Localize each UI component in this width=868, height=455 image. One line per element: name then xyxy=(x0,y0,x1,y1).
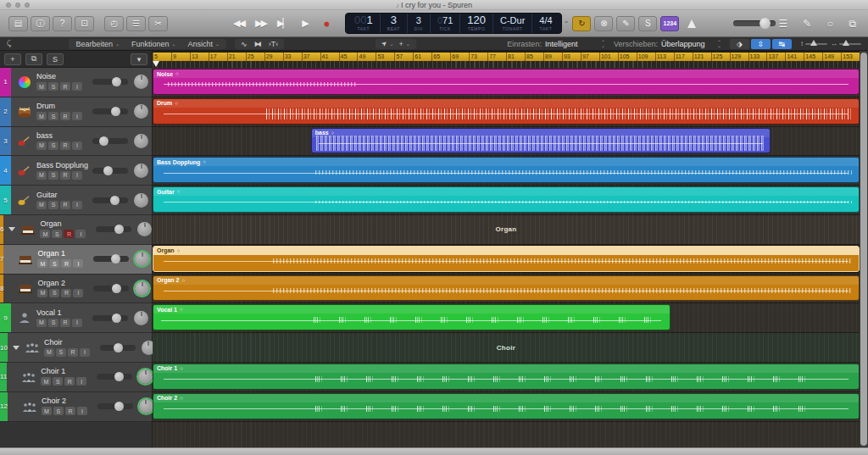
track-header-bass-dopplung[interactable]: 4Bass DopplungMSRI xyxy=(0,156,152,186)
rewind-button[interactable]: ◀◀ xyxy=(229,16,248,31)
track-volume-slider[interactable] xyxy=(92,79,128,85)
track-header-guitar[interactable]: 5GuitarMSRI xyxy=(0,186,152,215)
mute-button[interactable]: M xyxy=(37,289,47,297)
autopunch-button[interactable]: ⊗ xyxy=(594,16,613,31)
ruler-bar-13[interactable]: 13 xyxy=(190,53,209,61)
note-pads-icon[interactable]: ✎ xyxy=(799,16,815,31)
vertical-zoom-slider-thumb[interactable] xyxy=(810,40,817,46)
ruler-bar-133[interactable]: 133 xyxy=(748,53,767,61)
pan-knob[interactable] xyxy=(134,134,148,148)
track-volume-knob[interactable] xyxy=(112,77,121,86)
track-volume-knob[interactable] xyxy=(99,136,108,146)
region-bass[interactable]: bass○ xyxy=(311,128,771,154)
pan-knob[interactable] xyxy=(138,369,153,384)
pan-knob[interactable] xyxy=(135,281,149,296)
disclosure-triangle-icon[interactable] xyxy=(13,346,19,350)
track-volume-knob[interactable] xyxy=(114,225,124,234)
solo-button[interactable]: S xyxy=(48,201,58,209)
track-volume-knob[interactable] xyxy=(114,343,123,352)
ruler-bar-25[interactable]: 25 xyxy=(246,53,264,61)
track-header-vocal-1[interactable]: 9Vocal 1MSRI xyxy=(0,303,152,333)
ruler-bar-9[interactable]: 9 xyxy=(171,53,190,61)
record-enable-button[interactable]: R xyxy=(65,407,75,415)
record-enable-button[interactable]: R xyxy=(60,171,70,180)
ruler-bar-77[interactable]: 77 xyxy=(487,53,506,61)
input-monitor-button[interactable]: I xyxy=(75,230,86,238)
browsers-icon[interactable]: ⧉ xyxy=(845,16,860,31)
ruler-bar-41[interactable]: 41 xyxy=(320,53,339,61)
track-volume-slider[interactable] xyxy=(93,286,129,291)
quick-help-icon[interactable]: ? xyxy=(53,16,72,31)
ruler-bar-117[interactable]: 117 xyxy=(674,53,693,61)
solo-button[interactable]: S xyxy=(48,141,58,150)
horizontal-zoom-slider[interactable]: ↔ xyxy=(831,40,861,47)
ruler-bar-53[interactable]: 53 xyxy=(376,53,394,61)
track-header-bass[interactable]: 3bassMSRI xyxy=(0,127,152,157)
ruler-bar-73[interactable]: 73 xyxy=(469,53,487,61)
track-volume-knob[interactable] xyxy=(103,166,113,175)
vertical-scrollbar[interactable] xyxy=(860,51,868,447)
low-latency-button[interactable]: ✎ xyxy=(616,16,635,31)
input-monitor-button[interactable]: I xyxy=(72,82,82,91)
snap-menu[interactable]: Einrasten: Intelligent ⌃⌄ xyxy=(507,40,605,48)
global-solo-button[interactable]: S xyxy=(47,53,64,65)
solo-button[interactable]: S xyxy=(49,289,59,297)
track-header-choir-2[interactable]: 12Choir 2MSRI xyxy=(0,392,152,422)
mute-button[interactable]: M xyxy=(36,82,47,91)
track-header-organ-2[interactable]: 8Organ 2MSRI xyxy=(0,275,152,304)
play-button[interactable]: ▶ xyxy=(295,16,314,31)
lcd-signature[interactable]: 4/4TAKT xyxy=(532,14,559,33)
track-volume-slider[interactable] xyxy=(92,138,128,144)
pan-knob[interactable] xyxy=(134,164,148,178)
ruler-bar-105[interactable]: 105 xyxy=(618,53,637,61)
track-volume-slider[interactable] xyxy=(97,403,133,409)
track-volume-slider[interactable] xyxy=(92,108,128,114)
track-header-drum[interactable]: 2DrumMSRI xyxy=(0,97,152,127)
track-volume-knob[interactable] xyxy=(112,284,121,293)
ruler-bar-37[interactable]: 37 xyxy=(302,53,320,61)
record-button[interactable]: ● xyxy=(317,16,337,31)
ruler-bar-101[interactable]: 101 xyxy=(599,53,618,61)
menu-bearbeiten[interactable]: Bearbeiten⌄ xyxy=(75,40,120,48)
forward-button[interactable]: ▶▶ xyxy=(251,16,270,31)
input-monitor-button[interactable]: I xyxy=(73,259,83,268)
menu-ansicht[interactable]: Ansicht⌄ xyxy=(188,40,220,48)
track-volume-slider[interactable] xyxy=(97,374,132,380)
lcd-key[interactable]: C-DurTONART xyxy=(493,14,532,33)
library-icon[interactable]: ▤ xyxy=(8,16,28,31)
region-drum[interactable]: Drum○ xyxy=(153,98,860,125)
record-enable-button[interactable]: R xyxy=(68,348,78,357)
list-editors-icon[interactable]: ☰ xyxy=(776,16,792,31)
pan-knob[interactable] xyxy=(137,222,152,236)
ruler-bar-81[interactable]: 81 xyxy=(506,53,525,61)
track-volume-slider[interactable] xyxy=(92,197,128,203)
record-enable-button[interactable]: R xyxy=(61,289,71,297)
input-monitor-button[interactable]: I xyxy=(72,319,82,327)
stack-row-organ[interactable]: Organ xyxy=(153,215,860,245)
track-header-choir[interactable]: 10ChoirMSRI xyxy=(0,333,152,363)
solo-button[interactable]: S xyxy=(48,82,58,91)
horizontal-auto-zoom-button[interactable]: ↹ xyxy=(772,39,792,49)
track-header-organ[interactable]: 6OrganMSRI xyxy=(0,215,152,245)
input-monitor-button[interactable]: I xyxy=(77,407,87,415)
ruler-bar-17[interactable]: 17 xyxy=(209,53,227,61)
vertical-zoom-slider[interactable]: ↕ xyxy=(800,40,827,47)
pan-knob[interactable] xyxy=(139,399,153,413)
disclosure-triangle-icon[interactable] xyxy=(8,227,15,231)
track-header-noise[interactable]: 1NoiseMSRI xyxy=(0,68,152,97)
duplicate-track-button[interactable]: ⧉ xyxy=(25,53,42,65)
record-enable-button[interactable]: R xyxy=(64,377,75,386)
master-volume-slider[interactable] xyxy=(733,20,775,26)
pan-knob[interactable] xyxy=(134,75,148,89)
ruler-bar-21[interactable]: 21 xyxy=(227,53,246,61)
mute-button[interactable]: M xyxy=(40,230,50,238)
ruler-bar-129[interactable]: 129 xyxy=(730,53,748,61)
vertical-scrollbar-thumb[interactable] xyxy=(860,53,867,446)
waveform-zoom-button[interactable]: ⬗ xyxy=(730,39,749,49)
stop-button[interactable]: ▶▏ xyxy=(273,16,292,31)
pan-knob[interactable] xyxy=(134,104,148,119)
lcd-tempo[interactable]: 120TEMPO xyxy=(460,14,493,33)
solo-mode-button[interactable]: S xyxy=(638,16,657,31)
snap-stepper-icon[interactable]: ⌃⌄ xyxy=(601,41,605,47)
ruler-bar-69[interactable]: 69 xyxy=(450,53,469,61)
